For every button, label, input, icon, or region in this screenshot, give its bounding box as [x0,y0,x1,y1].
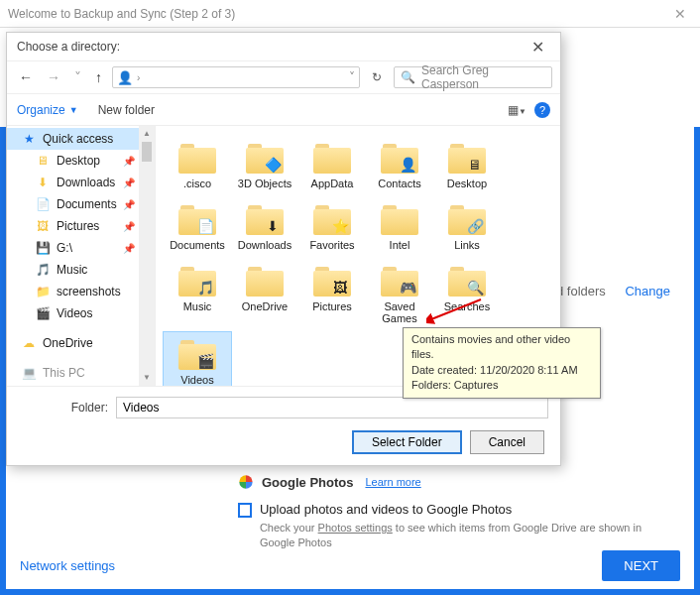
nav-recent-button[interactable]: ˅ [70,67,85,87]
upload-checkbox[interactable] [238,503,252,518]
pin-icon: 📌 [123,199,135,210]
folder-label: Intel [366,239,433,251]
tree-item-label: Pictures [57,219,99,233]
folder-videos[interactable]: 🎬Videos [164,332,231,386]
folder-overlay-icon: 🎵 [196,279,214,297]
folder-overlay-icon: 🔍 [466,279,484,297]
folder-intel[interactable]: Intel [366,197,433,255]
folder-label: .cisco [164,178,231,189]
cancel-button[interactable]: Cancel [470,430,544,454]
folder-overlay-icon: 📄 [196,217,214,235]
folder-icon [244,263,286,298]
nav-back-button[interactable]: ← [15,67,37,87]
address-dropdown-icon[interactable]: ˅ [349,70,355,84]
google-photos-heading: Google Photos Learn more [238,474,670,490]
pic-icon: 🖼 [35,218,51,234]
folder-pictures[interactable]: 🖼Pictures [298,259,366,328]
folder-appdata[interactable]: AppData [298,136,366,193]
user-folder-icon: 👤 [117,70,133,85]
folder-label: Pictures [298,300,366,312]
help-button[interactable]: ? [534,102,550,118]
outer-window-title: Welcome to Backup and Sync (Step 2 of 3) [8,7,235,21]
nav-forward-button[interactable]: → [43,67,64,87]
folder-links[interactable]: 🔗Links [433,197,501,255]
tree-item-downloads[interactable]: ⬇Downloads📌 [7,172,155,193]
tree-item-onedrive[interactable]: ☁OneDrive [7,332,155,354]
dialog-title: Choose a directory: [17,40,120,54]
folder-label: Links [433,239,501,251]
select-folder-button[interactable]: Select Folder [352,430,462,454]
view-options-button[interactable]: ▦▼ [508,103,526,117]
folder-tooltip: Contains movies and other video files. D… [403,327,601,399]
outer-close-button[interactable]: ✕ [668,6,692,22]
google-photos-icon [238,474,254,490]
folder-icon: 📁 [35,284,51,299]
upload-checkbox-subtext: Check your Photos settings to see which … [260,521,670,551]
folder-overlay-icon: 🔷 [264,156,282,174]
google-photos-title: Google Photos [262,475,353,490]
organize-menu[interactable]: Organize▼ [17,103,78,117]
folder-music[interactable]: 🎵Music [164,259,231,328]
tree-item-label: Music [57,263,87,277]
folder-searches[interactable]: 🔍Searches [433,259,501,328]
address-chevron-icon: › [137,72,140,83]
change-link[interactable]: Change [625,284,670,298]
photos-settings-link[interactable]: Photos settings [318,522,393,534]
outer-window-titlebar: Welcome to Backup and Sync (Step 2 of 3)… [0,0,700,28]
tree-item-g-[interactable]: 💾G:\📌 [7,237,155,259]
folder-3d-objects[interactable]: 🔷3D Objects [231,136,298,193]
music-icon: 🎵 [35,262,51,278]
folder-documents[interactable]: 📄Documents [164,197,231,255]
folder-overlay-icon: 🔗 [466,217,484,235]
down-icon: ⬇ [35,175,51,190]
tree-item-documents[interactable]: 📄Documents📌 [7,193,155,215]
folder-label: Contacts [366,178,433,189]
folder-downloads[interactable]: ⬇Downloads [231,197,298,255]
folder-favorites[interactable]: ⭐Favorites [298,197,366,255]
nav-up-button[interactable]: ↑ [91,67,106,87]
search-box[interactable]: 🔍 Search Greg Casperson [394,66,552,88]
tree-item-label: Videos [57,306,92,320]
pin-icon: 📌 [123,243,135,254]
folder-overlay-icon: 🎬 [196,352,214,370]
folder-desktop[interactable]: 🖥Desktop [433,136,501,193]
folder-overlay-icon: 🎮 [399,279,416,297]
search-placeholder: Search Greg Casperson [421,63,545,91]
folder-icon [379,201,420,237]
tree-item-quick-access[interactable]: ★Quick access [7,128,155,150]
folder-field-label: Folder: [19,401,108,415]
address-bar[interactable]: 👤 › ˅ [112,66,360,88]
tree-item-desktop[interactable]: 🖥Desktop📌 [7,150,155,172]
new-folder-button[interactable]: New folder [98,103,155,117]
choose-folder-row: nd folders Change [549,284,670,298]
dialog-close-button[interactable]: ✕ [525,36,550,59]
file-picker-dialog: Choose a directory: ✕ ← → ˅ ↑ 👤 › ˅ ↻ 🔍 … [6,32,561,466]
folder-label: Downloads [231,239,298,251]
folder-overlay-icon: 🖥 [466,156,484,174]
folder-label: Music [164,300,231,312]
folder-contacts[interactable]: 👤Contacts [366,136,433,193]
folder-onedrive[interactable]: OneDrive [231,259,298,328]
folder-name-input[interactable] [116,397,548,418]
folder-label: 3D Objects [231,178,298,189]
tree-item-screenshots[interactable]: 📁screenshots [7,281,155,302]
folder--cisco[interactable]: .cisco [164,136,231,193]
folder-overlay-icon: ⭐ [331,217,349,235]
tree-item-pictures[interactable]: 🖼Pictures📌 [7,215,155,237]
tree-item-music[interactable]: 🎵Music [7,259,155,281]
folder-overlay-icon: 🖼 [331,279,349,297]
folder-overlay-icon: 👤 [399,156,416,174]
tree-item-label: screenshots [57,285,121,298]
tree-item-this-pc[interactable]: 💻This PC [7,362,155,384]
folder-saved-games[interactable]: 🎮Saved Games [366,259,433,328]
tree-item-label: Quick access [43,132,113,146]
tree-scrollbar[interactable]: ▲▼ [139,126,155,386]
folder-label: AppData [298,178,366,189]
tree-item-videos[interactable]: 🎬Videos [7,302,155,324]
network-settings-link[interactable]: Network settings [20,558,115,573]
next-button[interactable]: NEXT [602,550,680,581]
learn-more-link[interactable]: Learn more [365,476,420,488]
refresh-button[interactable]: ↻ [366,68,388,86]
nav-tree: ★Quick access🖥Desktop📌⬇Downloads📌📄Docume… [7,126,156,386]
pin-icon: 📌 [123,221,135,232]
